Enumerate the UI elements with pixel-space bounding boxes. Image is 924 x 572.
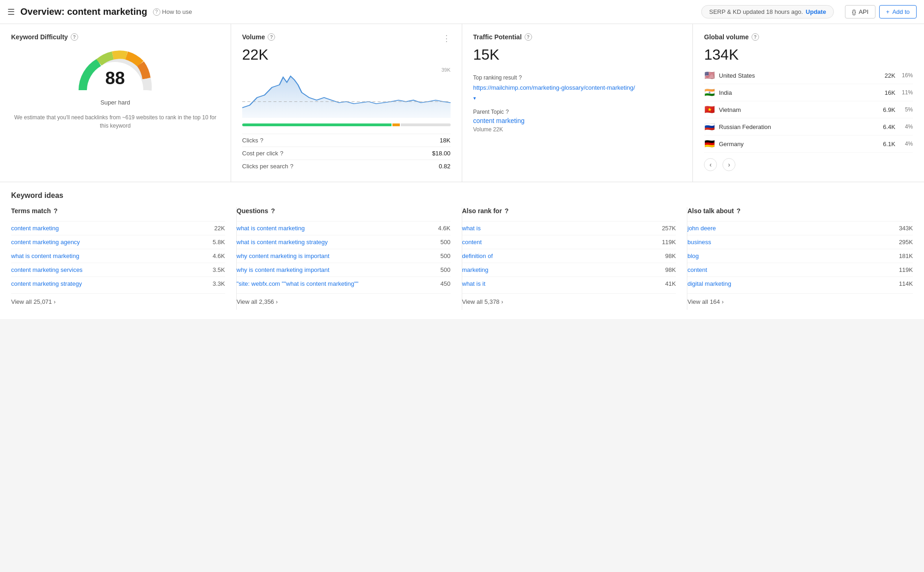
- question-icon: ?: [153, 8, 160, 16]
- keyword-link[interactable]: what is: [462, 225, 662, 232]
- also-talk-about-help-icon[interactable]: ?: [737, 207, 741, 215]
- cps-help-icon[interactable]: ?: [290, 163, 293, 170]
- keyword-vol: 257K: [662, 225, 676, 232]
- volume-help-icon[interactable]: ?: [268, 33, 275, 41]
- keyword-link[interactable]: what is content marketing strategy: [237, 239, 441, 246]
- prev-arrow[interactable]: ‹: [704, 158, 717, 171]
- parent-topic-link[interactable]: content marketing: [473, 117, 682, 124]
- keyword-row: marketing 98K: [462, 263, 676, 277]
- volume-value: 22K: [242, 46, 451, 63]
- chart-max-label: 39K: [441, 67, 451, 73]
- country-vol: 6.4K: [877, 123, 895, 130]
- cards-row: Keyword Difficulty ? 88: [0, 24, 924, 182]
- keyword-link[interactable]: content marketing: [11, 225, 214, 232]
- keyword-link[interactable]: content marketing strategy: [11, 280, 213, 287]
- keyword-link[interactable]: john deere: [687, 225, 899, 232]
- keyword-link[interactable]: content marketing agency: [11, 239, 213, 246]
- questions-view-all[interactable]: View all 2,356 ›: [237, 293, 451, 310]
- keyword-vol: 500: [441, 266, 451, 273]
- keyword-vol: 98K: [665, 252, 676, 259]
- keyword-link[interactable]: marketing: [462, 266, 666, 273]
- keyword-link[interactable]: digital marketing: [687, 280, 899, 287]
- next-arrow[interactable]: ›: [722, 158, 735, 171]
- clicks-per-search-row: Clicks per search ? 0.82: [242, 160, 451, 172]
- volume-menu-icon[interactable]: ⋮: [442, 33, 451, 43]
- api-button[interactable]: {} API: [845, 5, 875, 18]
- global-volume-card: Global volume ? 134K 🇺🇸 United States 22…: [693, 24, 924, 182]
- questions-help-icon[interactable]: ?: [271, 207, 275, 215]
- country-name: Vietnam: [719, 106, 873, 113]
- keyword-row: john deere 343K: [687, 221, 913, 235]
- progress-orange: [392, 123, 400, 126]
- country-pct: 4%: [899, 141, 913, 147]
- keyword-vol: 295K: [899, 239, 913, 246]
- add-to-button[interactable]: + Add to: [879, 5, 917, 18]
- plus-icon: +: [886, 8, 890, 15]
- volume-header: Volume ? ⋮: [242, 33, 451, 46]
- gauge-container: 88 Super hard: [11, 46, 220, 106]
- keyword-row: content marketing 22K: [11, 221, 225, 235]
- keyword-vol: 5.8K: [213, 239, 225, 246]
- also-rank-for-view-all[interactable]: View all 5,378 ›: [462, 293, 676, 310]
- country-pct: 5%: [899, 106, 913, 113]
- keyword-link[interactable]: what is content marketing: [11, 252, 213, 259]
- chart-area: 39K: [242, 67, 451, 118]
- keyword-link[interactable]: content: [687, 266, 899, 273]
- keyword-row: what is content marketing 4.6K: [11, 249, 225, 263]
- keyword-link[interactable]: content: [462, 239, 662, 246]
- header-actions: {} API + Add to: [845, 5, 917, 18]
- traffic-title: Traffic Potential ?: [473, 33, 682, 41]
- keyword-link[interactable]: why content marketing is important: [237, 252, 441, 259]
- terms-match-help-icon[interactable]: ?: [54, 207, 58, 215]
- keyword-link[interactable]: what is it: [462, 280, 666, 287]
- country-name: Russian Federation: [719, 123, 873, 130]
- questions-view-all-count: 2,356: [259, 298, 274, 305]
- keyword-vol: 119K: [662, 239, 676, 246]
- dropdown-arrow-icon[interactable]: ▾: [473, 95, 476, 101]
- keyword-link[interactable]: content marketing services: [11, 266, 213, 273]
- country-item: 🇮🇳 India 16K 11%: [704, 84, 913, 101]
- also-talk-about-title: Also talk about ?: [687, 207, 913, 215]
- also-talk-about-view-all[interactable]: View all 164 ›: [687, 293, 913, 310]
- top-ranking-link[interactable]: https://mailchimp.com/marketing-glossary…: [473, 84, 682, 92]
- keyword-link[interactable]: blog: [687, 252, 899, 259]
- terms-match-items: content marketing 22K content marketing …: [11, 221, 225, 290]
- country-vol: 22K: [877, 72, 895, 79]
- keyword-row: what is it 41K: [462, 277, 676, 290]
- keyword-link[interactable]: "site: webfx.com ""what is content marke…: [237, 280, 441, 287]
- also-rank-for-items: what is 257K content 119K definition of …: [462, 221, 676, 290]
- keyword-vol: 3.5K: [213, 266, 225, 273]
- keyword-row: blog 181K: [687, 249, 913, 263]
- keyword-vol: 500: [441, 239, 451, 246]
- traffic-help-icon[interactable]: ?: [525, 33, 532, 41]
- terms-match-view-all-label: View all: [11, 298, 32, 305]
- cpc-help-icon[interactable]: ?: [280, 150, 283, 157]
- hamburger-icon[interactable]: ☰: [7, 7, 15, 17]
- clicks-help-icon[interactable]: ?: [260, 137, 263, 144]
- keyword-vol: 98K: [665, 266, 676, 273]
- keyword-link[interactable]: definition of: [462, 252, 666, 259]
- top-ranking-help-icon[interactable]: ?: [519, 74, 522, 81]
- keyword-row: definition of 98K: [462, 249, 676, 263]
- update-link[interactable]: Update: [806, 8, 826, 15]
- country-flag: 🇩🇪: [704, 139, 715, 149]
- keyword-link[interactable]: why is content marketing important: [237, 266, 441, 273]
- how-to-use-button[interactable]: ? How to use: [153, 8, 192, 16]
- cost-per-click-label: Cost per click ?: [242, 150, 283, 157]
- progress-bar: [242, 123, 451, 126]
- keyword-row: what is 257K: [462, 221, 676, 235]
- keyword-link[interactable]: what is content marketing: [237, 225, 438, 232]
- questions-chevron-icon: ›: [276, 299, 278, 305]
- also-rank-for-col: Also rank for ? what is 257K content 119…: [462, 207, 688, 310]
- keyword-row: why content marketing is important 500: [237, 249, 451, 263]
- terms-match-view-all[interactable]: View all 25,071 ›: [11, 293, 225, 310]
- kd-help-icon[interactable]: ?: [71, 33, 78, 41]
- questions-items: what is content marketing 4.6K what is c…: [237, 221, 451, 290]
- also-rank-for-help-icon[interactable]: ?: [505, 207, 509, 215]
- volume-chart-svg: [242, 67, 451, 118]
- api-icon: {}: [852, 8, 856, 15]
- global-volume-help-icon[interactable]: ?: [752, 33, 759, 41]
- keyword-row: "site: webfx.com ""what is content marke…: [237, 277, 451, 290]
- parent-topic-help-icon[interactable]: ?: [506, 109, 509, 115]
- keyword-link[interactable]: business: [687, 239, 899, 246]
